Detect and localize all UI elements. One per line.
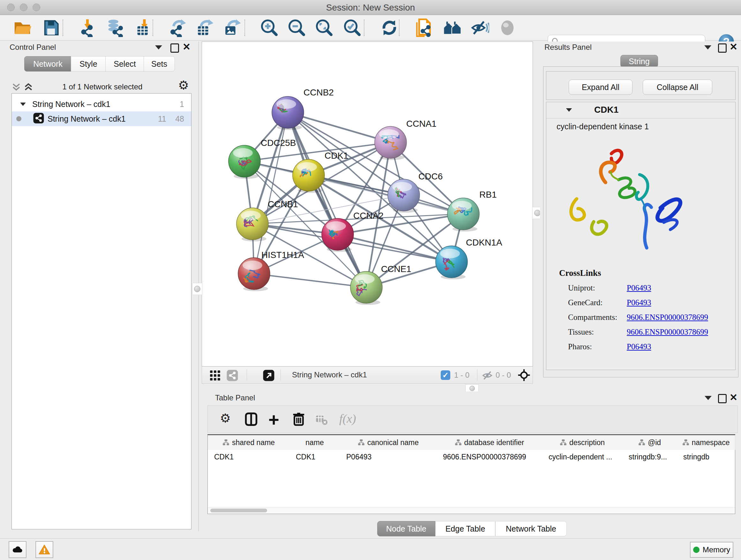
network-node-CDC25B[interactable] (228, 145, 260, 179)
control-panel-close-icon[interactable]: ✕ (183, 43, 191, 51)
crosslink-label: GeneCard: (568, 298, 603, 307)
tab-node-table[interactable]: Node Table (377, 521, 435, 537)
network-file-icon[interactable] (412, 18, 435, 37)
open-in-window-icon[interactable] (263, 369, 275, 383)
tab-network-table[interactable]: Network Table (495, 521, 567, 537)
column-header-shared-name[interactable]: shared name (208, 435, 290, 450)
hidden-eye-slash-icon[interactable] (482, 370, 493, 382)
tab-network[interactable]: Network (24, 56, 71, 71)
cloud-button[interactable] (9, 541, 26, 558)
table-panel-close-icon[interactable]: ✕ (730, 393, 738, 401)
hide-unhide-icon[interactable] (468, 18, 491, 37)
zoom-in-icon[interactable] (258, 18, 281, 37)
table-panel-float-icon[interactable] (704, 396, 712, 400)
gene-expander-icon[interactable] (566, 108, 572, 112)
collection-expander-icon[interactable] (20, 103, 26, 106)
main-toolbar: ? (0, 15, 741, 41)
memory-button[interactable]: Memory (690, 542, 733, 558)
results-panel-float-icon[interactable] (704, 45, 711, 50)
network-options-gear-icon[interactable]: ⚙ (178, 79, 189, 91)
splitter-handle-left[interactable] (192, 283, 202, 295)
node-label-CCNA1: CCNA1 (406, 119, 436, 129)
network-node-CCNB1[interactable] (237, 208, 268, 241)
tab-style[interactable]: Style (71, 56, 106, 71)
expand-all-networks-icon[interactable] (23, 82, 34, 94)
selected-checkbox-icon[interactable]: ✓ (441, 370, 450, 380)
network-node-CDK1[interactable] (293, 159, 325, 193)
crosslink-compartments-link[interactable]: 9606.ENSP00000378699 (627, 313, 708, 322)
network-node-CDKN1A[interactable] (435, 246, 468, 279)
table-cell[interactable]: P06493 (344, 450, 438, 464)
import-network-database-icon[interactable] (104, 18, 126, 37)
table-cell[interactable]: stringdb:9... (627, 450, 678, 464)
import-table-file-icon[interactable] (132, 18, 155, 37)
network-node-CCNE1[interactable] (350, 271, 382, 305)
gene-symbol: CDK1 (594, 105, 618, 115)
zoom-out-icon[interactable] (285, 18, 308, 37)
zoom-selected-icon[interactable] (341, 18, 364, 37)
splitter-handle-horizontal[interactable] (465, 384, 479, 392)
tab-edge-table[interactable]: Edge Table (435, 521, 495, 537)
function-builder-icon-disabled: f(x) (339, 412, 356, 426)
network-collection-row[interactable]: String Network – cdk1 1 (12, 97, 191, 111)
import-network-file-icon[interactable] (76, 18, 99, 37)
table-cell[interactable]: CDK1 (294, 450, 341, 464)
table-cell[interactable]: stringdb (681, 450, 736, 464)
network-edge-CCNB2-HIST1H1A[interactable] (254, 112, 288, 273)
table-cell[interactable]: 9606.ENSP00000378699 (441, 450, 543, 464)
network-edge-CCNB2-CCNE1[interactable] (288, 112, 366, 287)
network-edge-HIST1H1A-CCNE1[interactable] (254, 273, 366, 287)
table-horizontal-scrollbar[interactable] (210, 509, 267, 512)
network-share-view-icon[interactable] (226, 369, 239, 383)
table-options-gear-icon[interactable]: ⚙ (220, 412, 231, 424)
grid-view-icon[interactable] (209, 369, 221, 383)
control-panel-maximize-icon[interactable] (171, 44, 179, 53)
collapse-all-button[interactable]: Collapse All (643, 79, 712, 95)
refresh-view-icon[interactable] (378, 18, 401, 37)
inactive-eye-icon[interactable] (496, 18, 519, 37)
results-panel-close-icon[interactable]: ✕ (730, 43, 738, 51)
crosslink-label: Compartments: (568, 313, 617, 322)
column-header-description[interactable]: description (542, 435, 623, 450)
column-header-database-identifier[interactable]: database identifier (436, 435, 542, 450)
column-header-name[interactable]: name (289, 435, 340, 450)
toolbar-separator (63, 19, 63, 36)
table-panel-maximize-icon[interactable] (718, 394, 727, 403)
results-panel-maximize-icon[interactable] (718, 44, 727, 53)
results-panel-title: Results Panel (544, 43, 592, 52)
warning-icon (38, 543, 51, 556)
export-image-icon[interactable] (221, 18, 244, 37)
collapse-all-networks-icon[interactable] (11, 82, 22, 94)
zoom-fit-icon[interactable] (313, 18, 336, 37)
network-row-selected[interactable]: String Network – cdk1 11 48 (12, 111, 191, 126)
delete-column-icon[interactable] (291, 412, 306, 428)
warning-button[interactable] (36, 541, 53, 558)
network-node-CCNA1[interactable] (375, 126, 407, 160)
column-header--id[interactable]: @id (622, 435, 677, 450)
string-home-icon[interactable] (441, 18, 464, 37)
control-panel-float-icon[interactable] (155, 45, 162, 50)
toolbar-separator (364, 19, 364, 36)
crosslink-genecard-link[interactable]: P06493 (627, 298, 651, 307)
crosslink-pharos-link[interactable]: P06493 (627, 342, 651, 351)
table-cell[interactable]: cyclin-dependent ... (547, 450, 623, 464)
crosslink-tissues-link[interactable]: 9606.ENSP00000378699 (627, 327, 708, 336)
show-columns-icon[interactable] (244, 412, 258, 428)
save-session-icon[interactable] (40, 18, 63, 37)
birdseye-crosshair-icon[interactable] (517, 368, 531, 383)
crosslink-uniprot-link[interactable]: P06493 (627, 284, 651, 293)
column-header-canonical-name[interactable]: canonical name (340, 435, 437, 450)
tab-string[interactable]: String (620, 55, 658, 68)
network-node-RB1[interactable] (448, 198, 479, 232)
open-session-icon[interactable] (11, 18, 34, 37)
column-header-namespace[interactable]: namespace (677, 435, 735, 450)
add-column-icon[interactable]: + (268, 409, 279, 430)
export-network-icon[interactable] (166, 18, 189, 37)
tab-sets[interactable]: Sets (144, 56, 175, 71)
expand-all-button[interactable]: Expand All (569, 79, 632, 95)
export-table-icon[interactable] (193, 18, 216, 37)
tab-select[interactable]: Select (105, 56, 144, 71)
network-node-HIST1H1A[interactable] (238, 258, 270, 291)
table-cell[interactable]: CDK1 (212, 450, 291, 464)
network-canvas[interactable]: CCNB2CCNA1CDC25BCDK1CDC6RB1CCNB1CCNA2CDK… (202, 42, 533, 367)
